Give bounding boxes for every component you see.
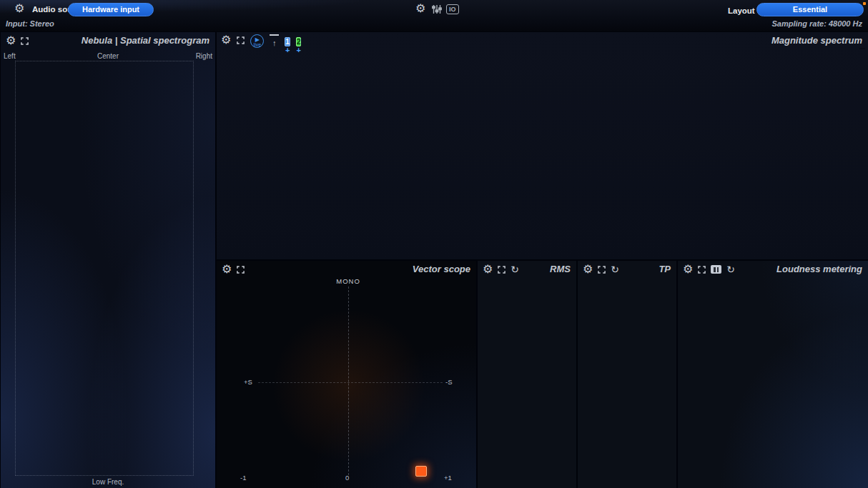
settings-gear-icon[interactable]: ⚙ xyxy=(415,3,425,14)
scope-mono-label: MONO xyxy=(217,277,476,285)
input-stereo-label: Input: Stereo xyxy=(6,19,54,28)
nebula-settings-gear-icon[interactable]: ⚙ xyxy=(6,35,16,46)
spectrum-toolbar: ⚙ ▶live ↑ 1 + 2 + xyxy=(221,34,301,54)
essential-layout-button[interactable]: Essential xyxy=(756,3,864,16)
tp-settings-gear-icon[interactable]: ⚙ xyxy=(583,264,593,275)
spectrum-cursor-readout xyxy=(859,48,865,49)
nebula-header: ⚙ Nebula | Spatial spectrogram xyxy=(1,32,215,48)
loudness-reset-icon[interactable]: ↻ xyxy=(726,264,735,274)
scope-plus-s-label: +S xyxy=(244,378,252,386)
rms-header: ⚙ ↻ RMS xyxy=(478,261,576,277)
scope-zero-label: 0 xyxy=(345,474,349,482)
spectrum-title: Magnitude spectrum xyxy=(771,35,862,46)
scope-correlation-marker xyxy=(415,466,427,477)
nebula-center-label: Center xyxy=(1,52,215,60)
layout-label: Layout xyxy=(728,6,755,15)
peak-hold-icon[interactable]: ↑ xyxy=(270,34,279,49)
nebula-spatial-spectrogram-panel: ⚙ Nebula | Spatial spectrogram Left Cent… xyxy=(1,32,215,488)
vector-scope-panel: ⚙ Vector scope MONO +S -S -1 0 +1 xyxy=(217,261,476,488)
curve-2-control[interactable]: 2 + xyxy=(296,34,302,54)
scope-fullscreen-icon[interactable] xyxy=(237,266,245,274)
nebula-plot-area[interactable] xyxy=(15,61,194,476)
io-routing-icon[interactable]: IO xyxy=(446,4,459,14)
curve-1-control[interactable]: 1 + xyxy=(285,34,290,54)
spectrum-fullscreen-icon[interactable] xyxy=(237,36,245,44)
magnitude-spectrum-panel: ⚙ ▶live ↑ 1 + 2 + Magnitude spectrum xyxy=(217,32,868,259)
scope-plus1-label: +1 xyxy=(444,474,452,482)
curve-2-add-icon[interactable]: + xyxy=(296,47,302,54)
live-play-button[interactable]: ▶live xyxy=(250,34,264,48)
tp-fullscreen-icon[interactable] xyxy=(598,266,606,274)
nebula-canvas xyxy=(16,61,193,475)
nebula-lowfreq-label: Low Freq. xyxy=(1,478,215,486)
spectrum-settings-gear-icon[interactable]: ⚙ xyxy=(221,34,231,46)
scope-title: Vector scope xyxy=(413,264,470,274)
nebula-title: Nebula | Spatial spectrogram xyxy=(82,35,209,46)
scope-center-axis xyxy=(348,287,349,475)
tp-meter-panel: ⚙ ↻ TP xyxy=(578,261,676,488)
curve-1-add-icon[interactable]: + xyxy=(285,47,290,54)
rms-title: RMS xyxy=(550,264,571,274)
analyzer-window: ⚙ Audio source Hardware input Input: Ste… xyxy=(0,0,868,488)
hardware-input-button[interactable]: Hardware input xyxy=(68,3,154,16)
loudness-settings-gear-icon[interactable]: ⚙ xyxy=(683,264,693,275)
audio-source-gear-icon[interactable]: ⚙ xyxy=(14,3,24,14)
scope-minus-s-label: -S xyxy=(445,378,453,386)
tp-header: ⚙ ↻ TP xyxy=(578,261,676,277)
rms-fullscreen-icon[interactable] xyxy=(498,266,505,274)
scope-stereo-axis xyxy=(258,382,443,383)
rms-reset-icon[interactable]: ↻ xyxy=(511,264,519,274)
loudness-fullscreen-icon[interactable] xyxy=(698,266,706,274)
nebula-channel-labels: Left Center Right xyxy=(1,52,215,61)
sampling-rate-label: Sampling rate: 48000 Hz xyxy=(771,19,862,28)
scope-settings-gear-icon[interactable]: ⚙ xyxy=(222,264,232,275)
loudness-title: Loudness metering xyxy=(776,264,862,274)
loudness-metering-panel: ⚙ ↻ Loudness metering xyxy=(678,261,868,488)
scope-neg1-label: -1 xyxy=(240,474,246,482)
loudness-header: ⚙ ↻ Loudness metering xyxy=(678,261,868,277)
nebula-right-label: Right xyxy=(196,52,212,60)
rms-settings-gear-icon[interactable]: ⚙ xyxy=(483,264,493,275)
spectrum-chart[interactable] xyxy=(217,32,868,259)
tp-title: TP xyxy=(659,264,671,274)
scope-header: ⚙ Vector scope xyxy=(217,261,476,277)
mixer-sliders-icon[interactable] xyxy=(432,4,442,14)
nebula-fullscreen-icon[interactable] xyxy=(21,37,29,45)
scope-canvas[interactable] xyxy=(217,285,476,485)
rms-meter-panel: ⚙ ↻ RMS xyxy=(478,261,576,488)
top-bar: ⚙ Audio source Hardware input Input: Ste… xyxy=(0,0,868,31)
tp-reset-icon[interactable]: ↻ xyxy=(611,264,619,274)
loudness-pause-button[interactable] xyxy=(711,265,721,274)
notification-dot xyxy=(863,2,866,5)
